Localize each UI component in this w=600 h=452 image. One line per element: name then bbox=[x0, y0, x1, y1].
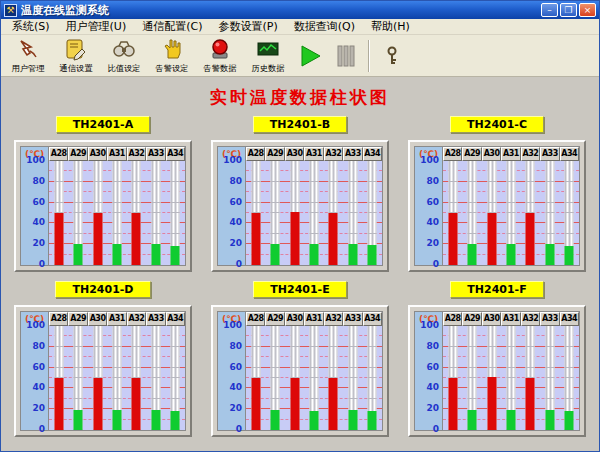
toolbar-button-comm-settings[interactable]: 通信设置 bbox=[53, 37, 99, 76]
panel-label-button[interactable]: TH2401-F bbox=[450, 281, 543, 298]
panel-label-button[interactable]: TH2401-B bbox=[253, 116, 347, 133]
channel-header-button[interactable]: A30 bbox=[285, 312, 304, 326]
bar-columns bbox=[49, 326, 185, 430]
channel-header-button[interactable]: A28 bbox=[49, 147, 68, 161]
chart-panel: (℃)100806040200A28A29A30A31A32A33A34 bbox=[211, 140, 389, 272]
channel-header-button[interactable]: A29 bbox=[265, 147, 284, 161]
bar-column bbox=[107, 326, 126, 430]
toolbar-button-ratio-setting[interactable]: 比值设定 bbox=[101, 37, 147, 76]
menu-item[interactable]: 参数设置(P) bbox=[211, 18, 284, 35]
channel-header-button[interactable]: A34 bbox=[166, 312, 185, 326]
close-button[interactable]: × bbox=[579, 3, 596, 17]
channel-header-button[interactable]: A29 bbox=[462, 312, 481, 326]
channel-headers: A28A29A30A31A32A33A34 bbox=[443, 147, 579, 161]
menu-item[interactable]: 通信配置(C) bbox=[135, 18, 209, 35]
toolbar-button-play[interactable] bbox=[293, 37, 327, 76]
channel-header-button[interactable]: A32 bbox=[324, 147, 343, 161]
channel-header-button[interactable]: A30 bbox=[482, 312, 501, 326]
channel-header-button[interactable]: A31 bbox=[304, 147, 323, 161]
channel-header-button[interactable]: A32 bbox=[127, 312, 146, 326]
channel-header-button[interactable]: A34 bbox=[560, 147, 579, 161]
channel-header-button[interactable]: A33 bbox=[540, 312, 559, 326]
toolbar-button-label: 比值设定 bbox=[107, 63, 140, 75]
channel-header-button[interactable]: A34 bbox=[560, 312, 579, 326]
bar-column bbox=[343, 326, 362, 430]
toolbar-button-user-manage[interactable]: 用户管理 bbox=[5, 37, 51, 76]
channel-header-button[interactable]: A28 bbox=[246, 312, 265, 326]
channel-header-button[interactable]: A32 bbox=[521, 147, 540, 161]
bar-column bbox=[285, 161, 304, 265]
page-title: 实时温度数据柱状图 bbox=[1, 77, 599, 113]
panel-label-button[interactable]: TH2401-A bbox=[56, 116, 150, 133]
thermometer-tube bbox=[468, 161, 477, 265]
bar-column bbox=[166, 326, 185, 430]
toolbar-button-alarm-data[interactable]: 告警数据 bbox=[197, 37, 243, 76]
channel-header-button[interactable]: A29 bbox=[68, 312, 87, 326]
minimize-button[interactable]: – bbox=[541, 3, 558, 17]
panel-label-button[interactable]: TH2401-D bbox=[55, 281, 150, 298]
temperature-bar bbox=[74, 244, 83, 265]
toolbar-button-history-data[interactable]: 历史数据 bbox=[245, 37, 291, 76]
channel-header-button[interactable]: A29 bbox=[68, 147, 87, 161]
thermometer-tube bbox=[132, 326, 141, 430]
channel-header-button[interactable]: A33 bbox=[343, 147, 362, 161]
temperature-bar bbox=[251, 213, 260, 265]
menu-item[interactable]: 用户管理(U) bbox=[59, 18, 134, 35]
y-axis-tick: 60 bbox=[229, 198, 242, 207]
thermometer-tube bbox=[54, 326, 63, 430]
toolbar-button-key[interactable] bbox=[375, 37, 409, 76]
plot-region: A28A29A30A31A32A33A34 bbox=[246, 147, 382, 265]
channel-header-button[interactable]: A30 bbox=[482, 147, 501, 161]
panel-label-button[interactable]: TH2401-C bbox=[450, 116, 544, 133]
channel-header-button[interactable]: A28 bbox=[443, 147, 462, 161]
channel-headers: A28A29A30A31A32A33A34 bbox=[49, 312, 185, 326]
thermometer-tube bbox=[545, 326, 554, 430]
y-axis: (℃)100806040200 bbox=[415, 147, 443, 265]
panel-label-button[interactable]: TH2401-E bbox=[253, 281, 346, 298]
channel-header-button[interactable]: A29 bbox=[265, 312, 284, 326]
bar-chart: (℃)100806040200A28A29A30A31A32A33A34 bbox=[414, 311, 580, 431]
temperature-bar bbox=[506, 244, 515, 265]
channel-header-button[interactable]: A28 bbox=[246, 147, 265, 161]
channel-header-button[interactable]: A31 bbox=[107, 147, 126, 161]
menu-item[interactable]: 数据查询(Q) bbox=[287, 18, 362, 35]
thermometer-tube bbox=[171, 161, 180, 265]
alarm-data-icon bbox=[207, 37, 233, 61]
y-axis-tick: 0 bbox=[236, 260, 242, 269]
channel-header-button[interactable]: A31 bbox=[107, 312, 126, 326]
channel-header-button[interactable]: A33 bbox=[146, 147, 165, 161]
y-axis-tick: 20 bbox=[426, 404, 439, 413]
menu-item[interactable]: 系统(S) bbox=[5, 18, 57, 35]
channel-header-button[interactable]: A32 bbox=[127, 147, 146, 161]
channel-header-button[interactable]: A33 bbox=[146, 312, 165, 326]
restore-button[interactable]: ❐ bbox=[560, 3, 577, 17]
channel-header-button[interactable]: A31 bbox=[501, 312, 520, 326]
toolbar-button-alarm-setting[interactable]: 告警设定 bbox=[149, 37, 195, 76]
menu-item[interactable]: 帮助(H) bbox=[364, 18, 417, 35]
channel-header-button[interactable]: A33 bbox=[540, 147, 559, 161]
temperature-bar bbox=[545, 410, 554, 430]
channel-header-button[interactable]: A30 bbox=[88, 312, 107, 326]
bar-column bbox=[501, 161, 520, 265]
channel-header-button[interactable]: A32 bbox=[521, 312, 540, 326]
channel-header-button[interactable]: A31 bbox=[304, 312, 323, 326]
channel-header-button[interactable]: A34 bbox=[363, 147, 382, 161]
channel-header-button[interactable]: A32 bbox=[324, 312, 343, 326]
plot-region: A28A29A30A31A32A33A34 bbox=[49, 147, 185, 265]
channel-header-button[interactable]: A33 bbox=[343, 312, 362, 326]
channel-header-button[interactable]: A30 bbox=[88, 147, 107, 161]
channel-header-button[interactable]: A31 bbox=[501, 147, 520, 161]
toolbar-button-pause[interactable] bbox=[329, 37, 363, 76]
channel-header-button[interactable]: A34 bbox=[363, 312, 382, 326]
channel-header-button[interactable]: A30 bbox=[285, 147, 304, 161]
temperature-bar bbox=[506, 410, 515, 430]
bar-column bbox=[343, 161, 362, 265]
channel-header-button[interactable]: A28 bbox=[49, 312, 68, 326]
channel-header-button[interactable]: A34 bbox=[166, 147, 185, 161]
temperature-bar bbox=[290, 212, 299, 265]
channel-header-button[interactable]: A28 bbox=[443, 312, 462, 326]
channel-header-button[interactable]: A29 bbox=[462, 147, 481, 161]
app-icon: ⚒ bbox=[4, 4, 17, 17]
y-axis-ticks: 100806040200 bbox=[21, 161, 48, 265]
thermometer-tube bbox=[565, 326, 574, 430]
